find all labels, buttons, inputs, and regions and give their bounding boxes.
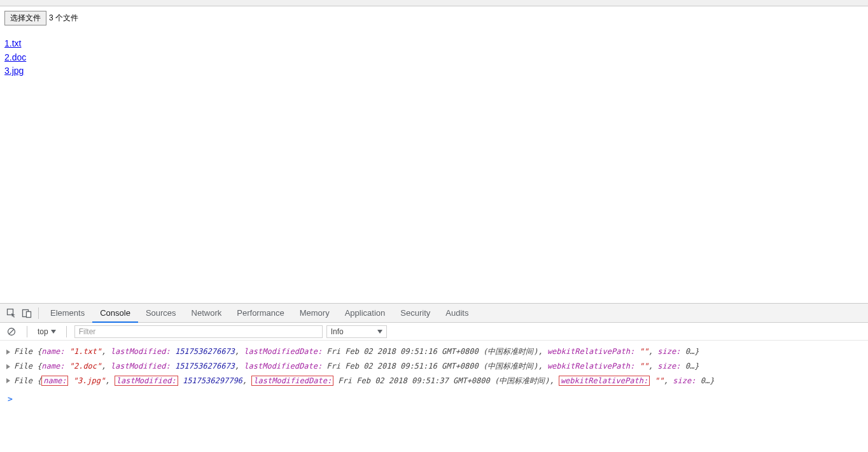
log-level-selector[interactable]: Info [326,325,387,338]
file-link[interactable]: 1.txt [4,38,21,48]
svg-line-4 [9,329,14,334]
file-input-row: 选择文件 3 个文件 [4,11,864,25]
device-toggle-icon[interactable] [19,305,34,321]
divider [66,326,67,337]
tab-sources[interactable]: Sources [138,304,184,323]
log-token: 1517536297796 [183,376,242,385]
devtools-tabbar: Elements Console Sources Network Perform… [0,304,868,323]
log-token: "" [639,362,648,371]
log-token: lastModified: [111,347,171,356]
console-log-line[interactable]: File {name: "1.txt", lastModified: 15175… [6,344,862,359]
console-log-line[interactable]: File {name: "3.jpg", lastModified: 15175… [6,374,862,388]
log-token: lastModifiedDate: [244,347,322,356]
log-level-label: Info [331,327,344,336]
log-token: size: [657,362,680,371]
log-token: Fri Feb 02 2018 09:51:16 GMT+0800 (中国标准时… [326,347,538,356]
console-log-line[interactable]: File {name: "2.doc", lastModified: 15175… [6,359,862,374]
chevron-down-icon [51,330,56,334]
log-token: 1517536276673 [175,347,235,356]
devtools-panel: Elements Console Sources Network Perform… [0,303,868,452]
log-token: File [14,376,37,385]
log-token: Fri Feb 02 2018 09:51:37 GMT+0800 (中国标准时… [338,376,549,385]
log-token: webkitRelativePath: [547,347,634,356]
browser-chrome-hint [0,0,868,6]
log-token: "" [639,347,648,356]
log-token: , [648,362,657,371]
expand-arrow-icon[interactable] [6,364,10,369]
inspect-element-icon[interactable] [4,305,19,321]
log-token: File [14,347,37,356]
page-body: 选择文件 3 个文件 1.txt 2.doc 3.jpg [0,6,868,303]
log-token: webkitRelativePath: [559,376,650,386]
log-token: , [242,376,251,385]
log-token: size: [673,376,696,385]
log-token: } [694,347,699,356]
clear-console-icon[interactable] [4,323,19,340]
log-token: "3.jpg" [73,376,106,385]
expand-arrow-icon[interactable] [6,350,10,355]
console-messages: File {name: "1.txt", lastModified: 15175… [0,341,868,452]
log-token: , [538,347,547,356]
log-token: "1.txt" [69,347,102,356]
log-token: size: [657,347,680,356]
log-token: , [105,376,114,385]
divider [38,307,39,319]
choose-file-button[interactable]: 选择文件 [4,11,46,25]
tab-elements[interactable]: Elements [43,304,92,323]
log-token: "" [654,376,663,385]
log-token: } [710,376,714,385]
log-token: , [664,376,673,385]
console-filter-input[interactable] [74,325,323,338]
tab-network[interactable]: Network [184,304,230,323]
tab-security[interactable]: Security [393,304,438,323]
files-count-label: 3 个文件 [49,13,78,24]
log-token: lastModified: [115,376,178,386]
log-token: lastModified: [111,362,171,371]
tab-application[interactable]: Application [337,304,393,323]
svg-rect-2 [27,311,31,317]
context-label: top [38,327,48,336]
log-token: 0… [701,376,710,385]
console-toolbar: top Info [0,323,868,341]
file-link-list: 1.txt 2.doc 3.jpg [4,37,864,78]
execution-context-selector[interactable]: top [35,327,59,336]
log-token: , [235,347,244,356]
tab-console[interactable]: Console [92,304,138,323]
log-token: , [549,376,558,385]
file-link[interactable]: 3.jpg [4,66,24,76]
log-token: , [101,347,110,356]
file-link[interactable]: 2.doc [4,52,26,62]
log-token: , [648,347,657,356]
divider [27,326,27,337]
expand-arrow-icon[interactable] [6,378,10,383]
log-token: File [14,362,37,371]
chevron-down-icon [377,330,382,334]
log-token: Fri Feb 02 2018 09:51:16 GMT+0800 (中国标准时… [326,362,538,371]
log-token: lastModifiedDate: [244,362,322,371]
tab-audits[interactable]: Audits [438,304,476,323]
log-token: 0… [685,362,694,371]
tab-performance[interactable]: Performance [229,304,291,323]
log-token: name: [41,376,68,386]
log-token: } [694,362,699,371]
log-token: , [235,362,244,371]
log-token: name: [41,347,64,356]
log-token: webkitRelativePath: [547,362,634,371]
log-token: name: [41,362,64,371]
log-token: "2.doc" [69,362,102,371]
console-prompt[interactable]: > [6,392,862,407]
log-token: , [538,362,547,371]
log-token: lastModifiedDate: [251,376,333,386]
log-token: , [101,362,110,371]
log-token: 0… [685,347,694,356]
log-token: 1517536276673 [175,362,235,371]
tab-memory[interactable]: Memory [292,304,337,323]
